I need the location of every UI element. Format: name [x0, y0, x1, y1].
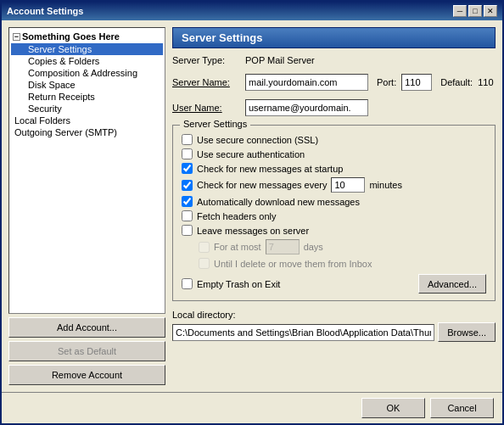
- user-name-row: User Name:: [172, 98, 496, 118]
- every-checkbox[interactable]: [182, 180, 193, 191]
- until-del-label: Until I delete or move them from Inbox: [214, 259, 372, 269]
- port-input[interactable]: [401, 74, 432, 91]
- dialog-title: Account Settings: [7, 6, 83, 16]
- tree-root-label: Something Goes Here: [22, 31, 120, 42]
- sidebar-item-server-settings[interactable]: Server Settings: [11, 43, 163, 55]
- account-tree: − Something Goes Here Server Settings Co…: [8, 27, 165, 314]
- remove-account-button[interactable]: Remove Account: [8, 365, 165, 385]
- title-bar: Account Settings ─ □ ✕: [2, 2, 502, 20]
- ssl-label: Use secure connection (SSL): [197, 135, 318, 145]
- leave-checkbox[interactable]: [182, 225, 193, 236]
- leave-label: Leave messages on server: [197, 226, 309, 236]
- days-suffix: days: [304, 242, 323, 252]
- set-default-button[interactable]: Set as Default: [8, 341, 165, 361]
- for-most-checkbox[interactable]: [199, 242, 210, 253]
- sidebar-item-return-receipts[interactable]: Return Receipts: [11, 91, 163, 103]
- close-button[interactable]: ✕: [484, 5, 497, 17]
- auto-dl-checkbox[interactable]: [182, 196, 193, 207]
- sidebar-item-composition-addressing[interactable]: Composition & Addressing: [11, 67, 163, 79]
- ssl-checkbox-row: Use secure connection (SSL): [182, 132, 486, 147]
- account-settings-dialog: Account Settings ─ □ ✕ − Something Goes …: [0, 0, 504, 425]
- server-name-label: Server Name:: [172, 77, 240, 87]
- group-legend: Server Settings: [180, 119, 250, 129]
- until-del-checkbox-row: Until I delete or move them from Inbox: [182, 256, 486, 271]
- sidebar-item-label: Outgoing Server (SMTP): [14, 127, 117, 137]
- auth-label: Use secure authentication: [197, 149, 305, 159]
- advanced-button[interactable]: Advanced...: [418, 274, 486, 294]
- every-checkbox-row: Check for new messages every minutes: [182, 176, 486, 194]
- local-dir-input[interactable]: [172, 324, 434, 341]
- headers-checkbox[interactable]: [182, 210, 193, 221]
- startup-checkbox[interactable]: [182, 163, 193, 174]
- ok-button[interactable]: OK: [361, 398, 425, 418]
- server-type-value: POP Mail Server: [245, 55, 315, 65]
- add-account-button[interactable]: Add Account...: [8, 317, 165, 338]
- auto-dl-label: Automatically download new messages: [197, 197, 360, 207]
- sidebar-item-copies-folders[interactable]: Copies & Folders: [11, 55, 163, 67]
- default-value: 110: [478, 77, 493, 87]
- maximize-button[interactable]: □: [468, 5, 482, 17]
- empty-trash-checkbox[interactable]: [182, 278, 193, 289]
- sidebar-item-label: Server Settings: [28, 44, 92, 54]
- sidebar-item-label: Local Folders: [14, 115, 70, 126]
- for-most-checkbox-row: For at most days: [182, 238, 486, 256]
- cancel-button[interactable]: Cancel: [430, 398, 494, 418]
- sidebar-item-label: Copies & Folders: [28, 56, 99, 66]
- server-settings-group: Server Settings Use secure connection (S…: [172, 125, 496, 301]
- minimize-button[interactable]: ─: [453, 5, 467, 17]
- local-dir-row: Browse...: [172, 322, 496, 342]
- collapse-icon: −: [13, 33, 20, 41]
- dialog-body: − Something Goes Here Server Settings Co…: [2, 20, 502, 392]
- sidebar-item-security[interactable]: Security: [11, 103, 163, 115]
- port-label: Port:: [377, 77, 396, 87]
- empty-trash-checkbox-row: Empty Trash on Exit: [182, 277, 280, 291]
- minutes-input[interactable]: [331, 177, 365, 193]
- headers-label: Fetch headers only: [197, 211, 277, 221]
- server-type-row: Server Type: POP Mail Server: [172, 53, 496, 67]
- sidebar-item-label: Disk Space: [28, 80, 76, 90]
- tree-root-item[interactable]: − Something Goes Here: [11, 30, 163, 43]
- title-bar-controls: ─ □ ✕: [453, 5, 497, 17]
- dialog-footer: OK Cancel: [2, 392, 502, 423]
- server-type-label: Server Type:: [172, 55, 240, 65]
- auth-checkbox-row: Use secure authentication: [182, 147, 486, 161]
- sidebar-item-label: Composition & Addressing: [28, 68, 137, 78]
- until-del-checkbox[interactable]: [199, 258, 210, 269]
- days-input[interactable]: [266, 239, 300, 254]
- auth-checkbox[interactable]: [182, 148, 193, 159]
- browse-button[interactable]: Browse...: [438, 322, 496, 342]
- sidebar-item-disk-space[interactable]: Disk Space: [11, 79, 163, 91]
- default-label: Default:: [440, 77, 473, 87]
- ssl-checkbox[interactable]: [182, 134, 193, 145]
- minutes-suffix: minutes: [369, 180, 402, 190]
- startup-label: Check for new messages at startup: [197, 164, 343, 174]
- server-name-row: Server Name: Port: Default: 110: [172, 72, 496, 92]
- empty-trash-label: Empty Trash on Exit: [197, 279, 280, 289]
- user-name-label: User Name:: [172, 103, 240, 113]
- leave-checkbox-row: Leave messages on server: [182, 223, 486, 238]
- left-panel: − Something Goes Here Server Settings Co…: [8, 27, 165, 385]
- sidebar-item-label: Return Receipts: [28, 92, 95, 102]
- local-dir-label: Local directory:: [172, 310, 496, 320]
- right-panel: Server Settings Server Type: POP Mail Se…: [172, 27, 496, 385]
- headers-checkbox-row: Fetch headers only: [182, 209, 486, 223]
- sidebar-item-outgoing-server[interactable]: Outgoing Server (SMTP): [11, 126, 163, 138]
- user-name-input[interactable]: [245, 99, 368, 116]
- every-label: Check for new messages every: [197, 180, 327, 190]
- auto-dl-checkbox-row: Automatically download new messages: [182, 194, 486, 209]
- sidebar-item-local-folders[interactable]: Local Folders: [11, 115, 163, 126]
- startup-checkbox-row: Check for new messages at startup: [182, 161, 486, 176]
- server-name-input[interactable]: [245, 74, 368, 91]
- for-most-label: For at most: [214, 242, 261, 252]
- sidebar-item-label: Security: [28, 103, 62, 114]
- panel-title: Server Settings: [172, 27, 496, 48]
- local-dir-section: Local directory: Browse...: [172, 310, 496, 342]
